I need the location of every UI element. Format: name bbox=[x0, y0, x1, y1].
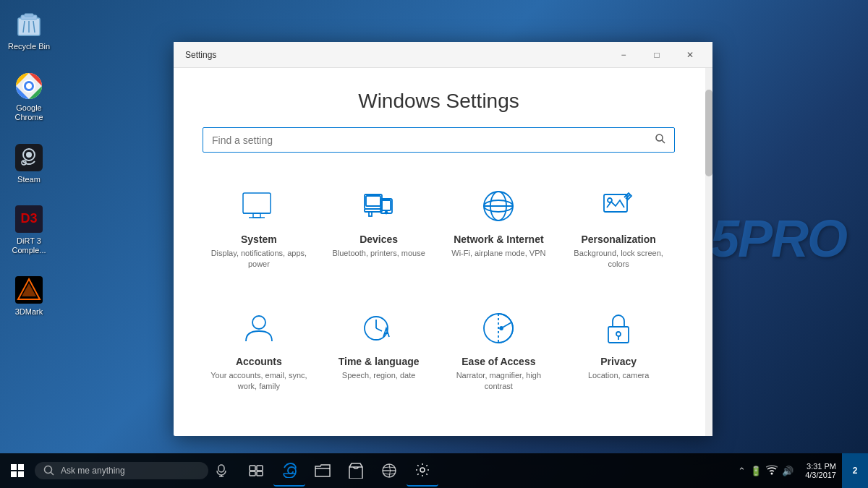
settings-search-box[interactable] bbox=[203, 127, 675, 153]
svg-point-45 bbox=[500, 327, 503, 330]
personalization-title: Personalization bbox=[581, 234, 655, 245]
scrollbar-track[interactable] bbox=[705, 68, 712, 436]
svg-rect-21 bbox=[243, 193, 271, 213]
3dmark-label: 3DMark bbox=[15, 307, 43, 317]
svg-point-49 bbox=[45, 466, 52, 474]
window-title: Settings bbox=[185, 50, 216, 60]
steam-label: Steam bbox=[17, 175, 41, 184]
taskbar-apps bbox=[234, 455, 732, 487]
settings-item-privacy[interactable]: Privacy Location, camera bbox=[562, 296, 675, 404]
tray-volume[interactable]: 🔊 bbox=[782, 466, 793, 476]
settings-item-network[interactable]: Network & Internet Wi-Fi, airplane mode,… bbox=[443, 174, 556, 282]
settings-taskbar-button[interactable] bbox=[407, 455, 438, 487]
dirt3-icon[interactable]: D3 DiRT 3 Comple... bbox=[0, 202, 58, 258]
svg-rect-55 bbox=[257, 466, 263, 471]
explorer-button[interactable] bbox=[307, 455, 339, 487]
svg-rect-26 bbox=[366, 196, 380, 206]
window-controls: − □ ✕ bbox=[607, 42, 707, 68]
svg-rect-28 bbox=[369, 212, 372, 216]
svg-text:D3: D3 bbox=[20, 211, 37, 226]
svg-rect-2 bbox=[25, 14, 33, 17]
steam-icon[interactable]: Steam bbox=[12, 140, 46, 187]
minimize-button[interactable]: − bbox=[607, 42, 640, 68]
svg-rect-27 bbox=[365, 209, 382, 212]
privacy-icon bbox=[598, 308, 639, 348]
time-title: Time & language bbox=[339, 356, 420, 367]
3dmark-icon[interactable]: 3DMark bbox=[12, 273, 46, 320]
taskbar-tray: ⌃ 🔋 🔊 bbox=[732, 465, 799, 477]
accounts-desc: Your accounts, email, sync, work, family bbox=[208, 370, 310, 393]
browser2-button[interactable] bbox=[373, 455, 405, 487]
taskbar-search-text: Ask me anything bbox=[61, 466, 125, 476]
store-button[interactable] bbox=[340, 455, 372, 487]
privacy-title: Privacy bbox=[600, 356, 637, 367]
dirt3-label: DiRT 3 Comple... bbox=[3, 236, 55, 255]
settings-item-system[interactable]: System Display, notifications, apps, pow… bbox=[203, 174, 315, 282]
ease-icon bbox=[478, 308, 519, 348]
settings-item-time[interactable]: Time & language Speech, region, date bbox=[323, 296, 435, 404]
desktop: Recycle Bin Google Chrome bbox=[0, 0, 868, 488]
recycle-bin-icon[interactable]: Recycle Bin bbox=[5, 7, 53, 54]
accounts-title: Accounts bbox=[236, 356, 282, 367]
settings-item-accounts[interactable]: Accounts Your accounts, email, sync, wor… bbox=[203, 296, 315, 404]
system-title: System bbox=[241, 234, 277, 245]
svg-point-37 bbox=[608, 198, 612, 202]
taskbar-search[interactable]: Ask me anything bbox=[35, 462, 208, 479]
svg-rect-56 bbox=[250, 471, 255, 476]
maximize-button[interactable]: □ bbox=[640, 42, 673, 68]
network-desc: Wi-Fi, airplane mode, VPN bbox=[451, 248, 545, 259]
time-display: 3:31 PM bbox=[805, 462, 836, 471]
accounts-icon bbox=[239, 308, 279, 348]
svg-rect-36 bbox=[604, 194, 627, 212]
window-content: Windows Settings bbox=[174, 68, 712, 436]
personalization-desc: Background, lock screen, colors bbox=[568, 248, 669, 270]
svg-rect-23 bbox=[253, 213, 260, 218]
taskbar-time[interactable]: 3:31 PM 4/3/2017 bbox=[799, 462, 842, 479]
svg-rect-51 bbox=[218, 465, 224, 472]
window-titlebar: Settings − □ ✕ bbox=[174, 42, 712, 68]
personalization-icon bbox=[598, 186, 639, 226]
recycle-bin-label: Recycle Bin bbox=[8, 42, 50, 51]
settings-item-ease[interactable]: Ease of Access Narrator, magnifier, high… bbox=[443, 296, 556, 404]
svg-point-19 bbox=[656, 134, 663, 141]
taskbar-search-icon bbox=[43, 465, 55, 476]
taskbar: Ask me anything bbox=[0, 453, 868, 488]
notification-button[interactable]: 2 bbox=[842, 453, 868, 488]
task-view-button[interactable] bbox=[240, 455, 272, 487]
close-button[interactable]: ✕ bbox=[673, 42, 707, 68]
brand-text: 5PRO bbox=[710, 208, 846, 267]
tray-wifi[interactable] bbox=[766, 465, 778, 477]
system-desc: Display, notifications, apps, power bbox=[208, 248, 310, 270]
settings-search-input[interactable] bbox=[212, 134, 655, 146]
svg-line-41 bbox=[376, 328, 382, 331]
google-chrome-icon[interactable]: Google Chrome bbox=[0, 69, 58, 125]
tray-chevron[interactable]: ⌃ bbox=[738, 466, 746, 476]
time-icon bbox=[359, 308, 399, 348]
svg-line-50 bbox=[51, 473, 54, 476]
svg-rect-57 bbox=[257, 471, 263, 476]
search-icon bbox=[655, 134, 665, 146]
svg-rect-46 bbox=[608, 327, 629, 343]
scrollbar-thumb[interactable] bbox=[705, 90, 712, 176]
svg-point-61 bbox=[771, 472, 773, 474]
svg-rect-54 bbox=[250, 466, 255, 471]
settings-window: Settings − □ ✕ Windows Settings bbox=[174, 42, 712, 436]
settings-item-devices[interactable]: Devices Bluetooth, printers, mouse bbox=[323, 174, 435, 282]
devices-icon bbox=[359, 186, 399, 226]
edge-button[interactable] bbox=[273, 455, 305, 487]
svg-point-47 bbox=[616, 332, 621, 336]
svg-point-38 bbox=[252, 316, 265, 329]
tray-battery[interactable]: 🔋 bbox=[750, 466, 762, 476]
svg-point-12 bbox=[26, 152, 32, 158]
settings-item-personalization[interactable]: Personalization Background, lock screen,… bbox=[562, 174, 675, 282]
network-title: Network & Internet bbox=[454, 234, 543, 245]
start-button[interactable] bbox=[0, 453, 35, 488]
ease-desc: Narrator, magnifier, high contrast bbox=[448, 370, 550, 393]
svg-line-20 bbox=[662, 140, 665, 143]
network-icon bbox=[478, 186, 519, 226]
svg-rect-25 bbox=[365, 194, 382, 209]
system-icon bbox=[239, 186, 279, 226]
svg-point-31 bbox=[385, 212, 387, 214]
svg-rect-30 bbox=[382, 200, 391, 210]
taskbar-mic-button[interactable] bbox=[208, 458, 234, 484]
